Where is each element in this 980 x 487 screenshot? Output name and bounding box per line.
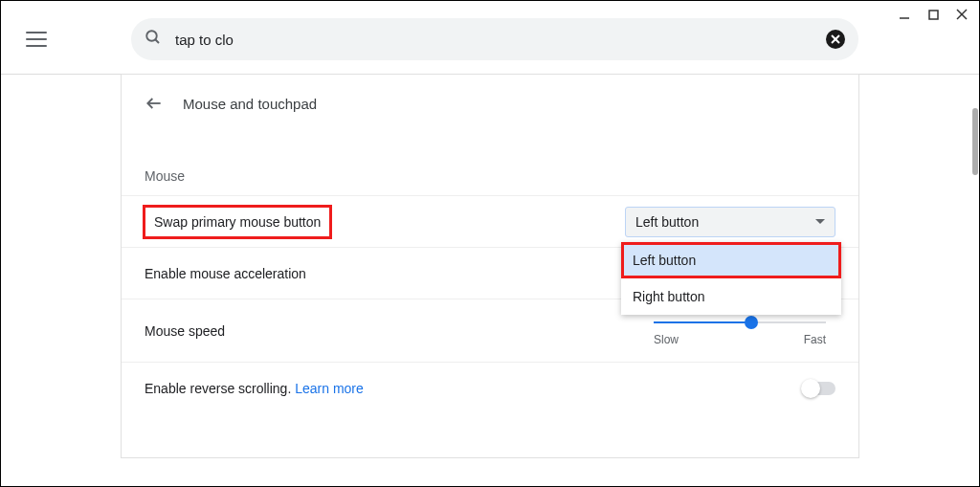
- swap-primary-selected-value: Left button: [635, 214, 699, 230]
- swap-primary-dropdown: Left button Right button: [621, 242, 841, 315]
- window-close-button[interactable]: [954, 7, 969, 22]
- dropdown-option-right[interactable]: Right button: [621, 278, 841, 315]
- toggle-knob: [801, 379, 820, 398]
- menu-icon[interactable]: [26, 29, 47, 50]
- reverse-scroll-label: Enable reverse scrolling.: [145, 381, 295, 396]
- scrollbar[interactable]: [972, 108, 978, 175]
- swap-primary-select[interactable]: Left button Left button Right button: [625, 207, 835, 237]
- search-field[interactable]: [131, 18, 858, 60]
- settings-panel: Mouse and touchpad Mouse Swap primary mo…: [122, 75, 858, 457]
- setting-row-swap-button: Swap primary mouse button Left button Le…: [122, 195, 858, 247]
- mouse-accel-label: Enable mouse acceleration: [145, 266, 306, 281]
- slider-label-slow: Slow: [654, 333, 679, 346]
- search-icon: [145, 29, 162, 50]
- section-heading-mouse: Mouse: [122, 132, 858, 195]
- mouse-speed-slider[interactable]: [654, 316, 826, 329]
- svg-rect-1: [929, 11, 938, 19]
- mouse-speed-label: Mouse speed: [145, 323, 225, 339]
- reverse-scroll-toggle[interactable]: [803, 382, 835, 395]
- slider-label-fast: Fast: [804, 333, 826, 346]
- clear-search-button[interactable]: [826, 30, 845, 49]
- page-title: Mouse and touchpad: [183, 96, 317, 112]
- slider-thumb[interactable]: [745, 316, 758, 329]
- dropdown-option-left[interactable]: Left button: [621, 242, 841, 278]
- search-input[interactable]: [175, 32, 813, 48]
- svg-line-5: [155, 39, 159, 43]
- setting-row-reverse-scroll: Enable reverse scrolling. Learn more: [122, 362, 858, 413]
- back-arrow-icon[interactable]: [145, 94, 164, 113]
- learn-more-link[interactable]: Learn more: [295, 381, 364, 396]
- window-minimize-button[interactable]: [897, 7, 912, 22]
- swap-primary-label: Swap primary mouse button: [145, 207, 330, 237]
- svg-point-4: [146, 31, 157, 41]
- app-header: [1, 1, 979, 75]
- chevron-down-icon: [815, 219, 825, 224]
- window-maximize-button[interactable]: [925, 7, 941, 22]
